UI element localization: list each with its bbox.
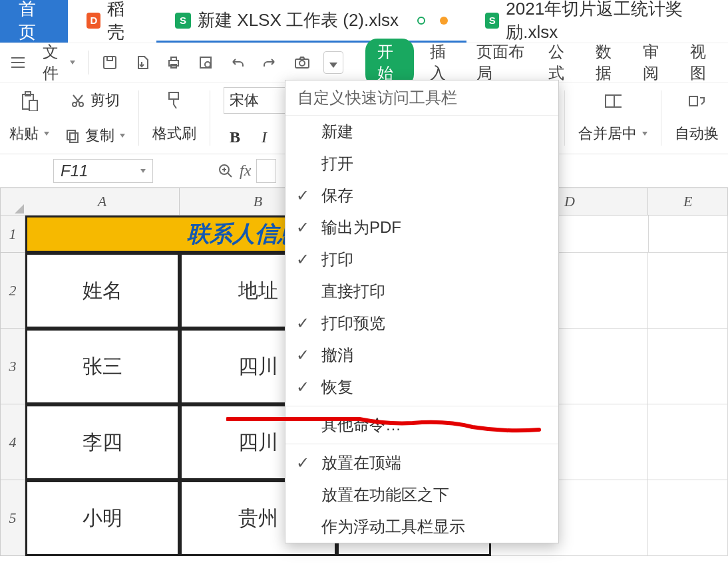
cell-E5[interactable] — [648, 480, 728, 556]
check-icon: ✓ — [293, 252, 312, 267]
svg-point-5 — [205, 62, 210, 67]
row-header-4[interactable]: 4 — [0, 404, 25, 480]
svg-rect-10 — [29, 100, 37, 111]
qat-place-top[interactable]: ✓放置在顶端 — [285, 447, 558, 479]
check-icon: ✓ — [293, 188, 312, 203]
paste-icon[interactable] — [21, 92, 38, 110]
cell-E1[interactable] — [649, 215, 728, 253]
menu-icon[interactable] — [7, 54, 29, 71]
tab-daoke[interactable]: D 稻壳 — [68, 0, 156, 43]
qat-item-print-preview[interactable]: ✓打印预览 — [285, 307, 558, 339]
qat-item-undo[interactable]: ✓撤消 — [285, 339, 558, 371]
menu-data[interactable]: 数据 — [589, 39, 627, 86]
print-preview-icon[interactable] — [194, 53, 217, 72]
spreadsheet-icon: S — [485, 13, 499, 29]
scissors-icon — [69, 92, 87, 109]
svg-point-7 — [299, 61, 305, 66]
copy-button[interactable]: 复制 — [64, 126, 125, 146]
row-header-2[interactable]: 2 — [0, 253, 25, 329]
svg-rect-0 — [104, 57, 116, 69]
wrap-text-icon[interactable] — [688, 92, 705, 110]
svg-rect-15 — [169, 92, 178, 99]
row-header-3[interactable]: 3 — [0, 329, 25, 404]
svg-rect-14 — [70, 133, 78, 142]
row-header-5[interactable]: 5 — [0, 480, 25, 556]
qat-item-save[interactable]: ✓保存 — [285, 180, 558, 212]
menu-view[interactable]: 视图 — [683, 39, 721, 86]
svg-rect-13 — [67, 130, 75, 140]
customize-qat-button[interactable] — [323, 51, 343, 74]
name-box[interactable]: F11 — [53, 159, 153, 183]
check-icon: ✓ — [293, 316, 312, 331]
cell-E2[interactable] — [648, 253, 728, 329]
spreadsheet-icon: S — [175, 13, 191, 29]
format-painter-icon[interactable] — [166, 92, 183, 110]
cut-button[interactable]: 剪切 — [69, 90, 120, 110]
zoom-icon[interactable] — [217, 162, 234, 180]
qat-item-open[interactable]: 打开 — [285, 148, 558, 180]
col-header-E[interactable]: E — [648, 188, 728, 215]
qat-place-floating[interactable]: 作为浮动工具栏显示 — [285, 511, 558, 543]
tab-current-file[interactable]: S 新建 XLSX 工作表 (2).xlsx — [156, 0, 466, 43]
save-icon[interactable] — [98, 53, 121, 72]
quick-access-row: 文件 开始 插入 页面布局 公式 数据 审阅 视图 — [0, 43, 728, 82]
cell-A3[interactable]: 张三 — [25, 329, 180, 404]
undo-icon[interactable] — [226, 53, 249, 72]
status-modified-icon — [440, 17, 448, 25]
export-pdf-icon[interactable] — [130, 53, 153, 72]
format-painter-button[interactable]: 格式刷 — [152, 124, 196, 144]
row-header-1[interactable]: 1 — [0, 215, 25, 253]
svg-rect-20 — [689, 96, 697, 106]
merge-center-button[interactable]: 合并居中 — [578, 124, 647, 144]
copy-icon — [64, 127, 81, 144]
qat-menu-header: 自定义快速访问工具栏 — [285, 80, 558, 116]
customize-qat-menu: 自定义快速访问工具栏 新建 打开 ✓保存 ✓输出为PDF ✓打印 直接打印 ✓打… — [285, 80, 559, 543]
svg-rect-2 — [171, 57, 176, 61]
check-icon: ✓ — [293, 456, 312, 470]
tab-strip: 首页 D 稻壳 S 新建 XLSX 工作表 (2).xlsx S 2021年切片… — [0, 0, 728, 43]
fx-label[interactable]: fx — [240, 162, 251, 180]
qat-place-below-ribbon[interactable]: 放置在功能区之下 — [285, 479, 558, 511]
cell-E4[interactable] — [648, 404, 728, 480]
qat-item-export-pdf[interactable]: ✓输出为PDF — [285, 212, 558, 243]
select-all-corner[interactable] — [0, 188, 25, 215]
check-icon: ✓ — [293, 348, 312, 362]
check-icon: ✓ — [293, 220, 312, 235]
wrap-text-button[interactable]: 自动换 — [675, 124, 719, 144]
menu-review[interactable]: 审阅 — [636, 39, 674, 86]
qat-item-print[interactable]: ✓打印 — [285, 243, 558, 275]
col-header-A[interactable]: A — [25, 188, 180, 215]
qat-item-redo[interactable]: ✓恢复 — [285, 371, 558, 403]
cell-A4[interactable]: 李四 — [25, 404, 180, 480]
qat-other-commands[interactable]: 其他命令… — [285, 409, 558, 441]
screenshot-icon[interactable] — [290, 53, 314, 72]
daoke-icon: D — [87, 13, 100, 29]
status-open-icon — [417, 17, 425, 25]
cell-E3[interactable] — [648, 329, 728, 404]
italic-button[interactable]: I — [253, 126, 275, 149]
file-menu[interactable]: 文件 — [39, 39, 79, 86]
tab-other-file[interactable]: S 2021年切片返工统计奖励.xlsx — [466, 0, 728, 43]
qat-item-direct-print[interactable]: 直接打印 — [285, 275, 558, 307]
bold-button[interactable]: B — [224, 126, 246, 149]
print-icon[interactable] — [162, 53, 185, 72]
qat-item-new[interactable]: 新建 — [285, 116, 558, 148]
tab-home[interactable]: 首页 — [0, 0, 68, 43]
check-icon: ✓ — [293, 380, 312, 394]
paste-button[interactable]: 粘贴 — [9, 124, 49, 144]
cell-A5[interactable]: 小明 — [25, 480, 180, 556]
clipboard-group: 粘贴 — [5, 85, 53, 151]
cell-A2[interactable]: 姓名 — [25, 253, 180, 329]
redo-icon[interactable] — [258, 53, 281, 72]
merge-icon[interactable] — [604, 92, 622, 110]
formula-input[interactable] — [256, 159, 276, 183]
